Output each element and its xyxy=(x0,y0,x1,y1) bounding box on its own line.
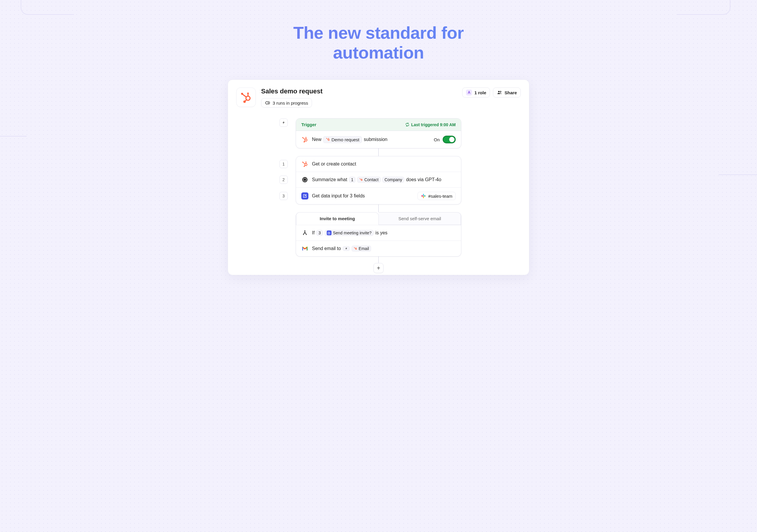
add-step-button[interactable]: + xyxy=(374,263,383,273)
svg-rect-35 xyxy=(423,196,424,198)
steps-card: 1 Get or create contact 2 Summarize what… xyxy=(296,156,461,204)
svg-point-6 xyxy=(244,101,245,103)
step-2-suffix: does via GPT-4o xyxy=(406,177,441,182)
svg-rect-33 xyxy=(423,194,424,196)
hubspot-icon xyxy=(301,136,308,143)
branch-condition[interactable]: If 3 Send meeting invite? is yes xyxy=(296,225,461,241)
svg-point-16 xyxy=(304,142,305,142)
runs-icon xyxy=(265,100,270,105)
step-badge-2: 2 xyxy=(280,176,288,184)
svg-point-29 xyxy=(361,179,362,181)
step-1[interactable]: 1 Get or create contact xyxy=(296,156,461,172)
workflow-logo xyxy=(236,87,256,107)
slack-icon xyxy=(421,193,426,199)
trigger-token-label: Demo request xyxy=(331,137,359,142)
svg-rect-36 xyxy=(421,196,423,196)
cond-field-token: Send meeting invite? xyxy=(325,230,374,236)
decorative-corner xyxy=(718,174,757,216)
cond-prefix: If xyxy=(312,230,315,236)
contact-token: Contact xyxy=(357,177,380,183)
step-4[interactable]: 4 Send email to Email xyxy=(296,241,461,256)
workflow-title: Sales demo request xyxy=(261,87,457,95)
decorative-corner xyxy=(677,0,730,15)
svg-point-12 xyxy=(305,137,306,138)
svg-point-27 xyxy=(302,162,303,163)
trigger-heading: Trigger xyxy=(301,122,317,127)
toggle-label: On xyxy=(434,137,440,142)
svg-point-8 xyxy=(498,91,500,93)
trigger-text-suffix: submission xyxy=(364,137,387,142)
svg-point-26 xyxy=(305,162,306,163)
role-badge: A xyxy=(466,90,472,96)
headline-line-1: The new standard for xyxy=(293,23,464,42)
email-token: Email xyxy=(351,246,371,251)
step-ref-token: 1 xyxy=(349,177,355,183)
runs-in-progress-pill[interactable]: 3 runs in progress xyxy=(261,98,312,107)
company-token: Company xyxy=(382,177,404,183)
bolt-icon xyxy=(345,247,348,250)
svg-line-31 xyxy=(360,179,361,180)
role-label: 1 role xyxy=(474,90,486,95)
svg-point-21 xyxy=(326,138,327,139)
trigger-ref-token xyxy=(343,246,350,251)
svg-point-43 xyxy=(354,248,354,248)
openai-icon xyxy=(301,176,308,183)
svg-line-42 xyxy=(354,248,355,249)
svg-point-14 xyxy=(302,137,303,138)
gmail-icon xyxy=(301,245,308,252)
headline-line-2: automation xyxy=(333,43,424,62)
svg-point-2 xyxy=(247,93,249,94)
hubspot-icon xyxy=(240,91,252,103)
trigger-text-prefix: New xyxy=(312,137,321,142)
page-headline: The new standard for automation xyxy=(0,0,757,62)
branch-tab-selfserve[interactable]: Send self-serve email xyxy=(379,212,461,225)
demo-request-token: Demo request xyxy=(323,136,362,143)
svg-rect-39 xyxy=(307,247,308,250)
branch-icon xyxy=(301,229,308,236)
svg-point-9 xyxy=(500,91,501,92)
step-badge-1: 1 xyxy=(280,160,288,168)
hubspot-icon xyxy=(354,247,357,250)
branch-tab-invite[interactable]: Invite to meeting xyxy=(296,212,379,225)
share-label: Share xyxy=(504,90,517,95)
svg-point-4 xyxy=(241,93,243,95)
share-button[interactable]: Share xyxy=(493,87,521,98)
slack-channel-pill[interactable]: #sales-team xyxy=(417,192,456,200)
trigger-last-run: Last triggered 9:00 AM xyxy=(405,122,456,127)
trigger-last-label: Last triggered 9:00 AM xyxy=(411,122,456,127)
step-badge-trigger xyxy=(280,119,288,127)
svg-point-20 xyxy=(328,138,329,139)
step-2-prefix: Summarize what xyxy=(312,177,347,182)
cond-step-ref: 3 xyxy=(317,230,323,236)
cond-suffix: is yes xyxy=(375,230,387,236)
hubspot-icon xyxy=(301,161,308,167)
trigger-card[interactable]: Trigger Last triggered 9:00 AM New Demo … xyxy=(296,118,461,148)
workflow-panel: Sales demo request 3 runs in progress A … xyxy=(228,79,529,275)
svg-line-19 xyxy=(327,139,328,139)
trigger-toggle[interactable] xyxy=(443,136,456,143)
svg-point-22 xyxy=(305,164,307,166)
svg-point-37 xyxy=(305,230,305,231)
connector-line xyxy=(378,204,379,212)
hubspot-icon xyxy=(326,137,330,142)
svg-point-7 xyxy=(265,102,268,104)
svg-point-40 xyxy=(355,248,357,250)
email-token-label: Email xyxy=(359,246,369,251)
contact-token-label: Contact xyxy=(364,177,378,182)
decorative-corner xyxy=(21,0,74,15)
step-4-prefix: Send email to xyxy=(312,246,341,251)
svg-point-28 xyxy=(304,166,305,167)
step-2[interactable]: 2 Summarize what 1 Contact Company does … xyxy=(296,172,461,187)
step-3[interactable]: 3 Get data input for 3 fields #sales-tea… xyxy=(296,187,461,204)
svg-point-17 xyxy=(328,139,329,141)
connector-line xyxy=(378,148,379,156)
svg-rect-34 xyxy=(424,196,426,196)
svg-line-24 xyxy=(303,163,305,164)
runs-label: 3 runs in progress xyxy=(273,101,308,105)
hubspot-icon xyxy=(359,178,363,182)
bolt-icon xyxy=(282,121,285,125)
cond-token-label: Send meeting invite? xyxy=(333,230,372,235)
slack-channel-label: #sales-team xyxy=(428,193,452,199)
role-chip[interactable]: A 1 role xyxy=(462,87,490,98)
step-badge-3: 3 xyxy=(280,192,288,200)
